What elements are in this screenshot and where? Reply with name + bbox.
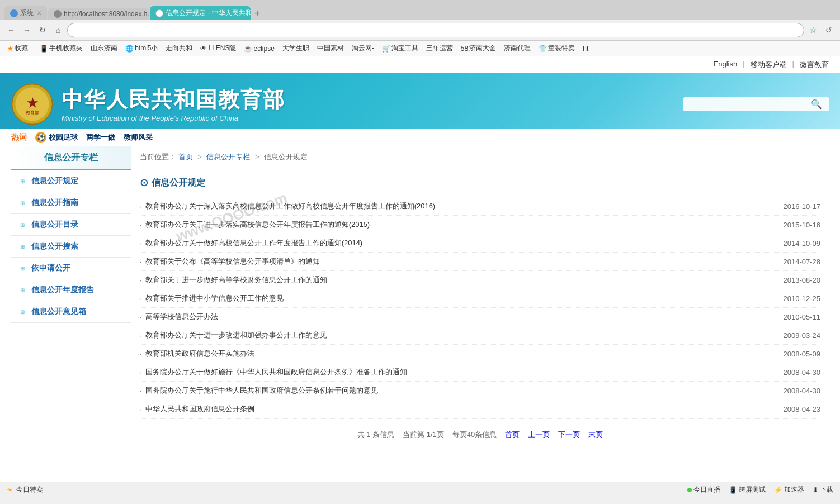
pagination-prev[interactable]: 上一页 [528,430,550,440]
pagination-next[interactable]: 下一页 [558,430,580,440]
search-button[interactable]: 🔍 [811,99,822,110]
article-date-1: 2015-10-16 [784,221,821,229]
bookmark-ht[interactable]: ht [580,44,591,54]
today-special-label[interactable]: 今日特卖 [16,485,43,495]
accelerator-button[interactable]: ⚡ 加速器 [774,485,804,495]
bookmark-taoyun[interactable]: 淘云网- [349,42,377,54]
sidebar-item-directory[interactable]: ⊞ 信息公开目录 [11,214,131,236]
tab-moe[interactable]: 信息公开规定 - 中华人民共和国... ✕ [150,6,251,20]
sidebar-item-mailbox[interactable]: ⊞ 信息公开意见箱 [11,301,131,323]
new-tab-button[interactable]: + [251,7,264,20]
bookmark-jinan[interactable]: 山东济南 [88,42,120,54]
address-bar: http://www.moe.edu.cn/jyb_xxgk/moe_xxgk/… [67,23,804,37]
article-item-9: · 国务院办公厅关于做好施行《中华人民共和国政府信息公开条例》准备工作的通知 2… [140,363,820,382]
article-date-3: 2014-07-28 [784,258,821,266]
english-link[interactable]: English [714,60,738,70]
breadcrumb-sep2: > [255,153,261,161]
article-link-8[interactable]: 教育部机关政府信息公开实施办法 [145,349,772,359]
article-date-11: 2008-04-23 [784,405,821,413]
pagination-current: 当前第 1/1页 [403,430,444,440]
article-date-9: 2008-04-30 [784,368,821,377]
article-link-11[interactable]: 中华人民共和国政府信息公开条例 [145,404,772,414]
sidebar-item-annual[interactable]: ⊞ 信息公开年度报告 [11,279,131,301]
sidebar-label-0: 信息公开规定 [31,176,78,186]
bookmark-html5[interactable]: 🌐html5小 [122,42,161,54]
favorites-button[interactable]: ☆ [806,23,820,37]
breadcrumb: 当前位置： 首页 > 信息公开专栏 > 信息公开规定 [140,146,820,168]
sidebar-item-apply[interactable]: ⊞ 依申请公开 [11,258,131,279]
sidebar-item-search[interactable]: ⊞ 信息公开搜索 [11,236,131,258]
bookmark-zouxiang[interactable]: 走向共和 [163,42,195,54]
cross-screen-button[interactable]: 📱 跨屏测试 [729,485,766,495]
bookmark-3year[interactable]: 三年运营 [423,42,456,54]
bookmark-china-material[interactable]: 中国素材 [314,42,347,54]
bookmark-jinan-dajin[interactable]: 58济南大金 [458,42,499,54]
live-button[interactable]: 今日直播 [687,485,720,495]
article-link-2[interactable]: 教育部办公厅关于做好高校信息公开工作年度报告工作的通知(2014) [145,238,772,248]
pagination-first[interactable]: 首页 [505,430,520,440]
svg-text:★: ★ [27,96,39,110]
sidebar: 信息公开专栏 ⊞ 信息公开规定 ⊞ 信息公开指南 ⊞ 信息公开目录 ⊞ 信息公开… [11,146,131,482]
tab-label-localhost: http://localhost:8080/index.h... [64,10,149,18]
sidebar-label-5: 信息公开年度报告 [31,285,94,295]
article-link-5[interactable]: 教育部关于推进中小学信息公开工作的意见 [145,293,772,303]
home-button[interactable]: ⌂ [51,23,65,37]
article-link-0[interactable]: 教育部办公厅关于深入落实高校信息公开工作做好高校信息公开年度报告工作的通知(20… [145,201,772,211]
reload-button[interactable]: ↻ [36,23,49,37]
bookmark-jinan-daili[interactable]: 济南代理 [501,42,534,54]
bookmark-label: 收藏 [15,44,28,53]
tab-favicon-system [10,9,18,17]
address-input[interactable]: http://www.moe.edu.cn/jyb_xxgk/moe_xxgk/… [74,26,797,34]
sep1: | [743,60,744,70]
search-input[interactable] [688,100,811,108]
article-link-6[interactable]: 高等学校信息公开办法 [145,312,772,322]
hot-football-text: 校园足球 [49,132,78,142]
header-left: ★ 教育部 中华人民共和国教育部 Ministry of Education o… [11,83,285,125]
site-header: ★ 教育部 中华人民共和国教育部 Ministry of Education o… [0,73,840,129]
forward-button[interactable]: → [20,23,34,37]
bookmark-taobao[interactable]: 🛒淘宝工具 [379,42,421,54]
sidebar-label-1: 信息公开指南 [31,198,78,208]
bookmark-mobile[interactable]: 📱手机收藏夹 [37,42,86,54]
breadcrumb-home[interactable]: 首页 [178,153,193,161]
weixin-link[interactable]: 微言教育 [800,60,829,70]
article-link-9[interactable]: 国务院办公厅关于做好施行《中华人民共和国政府信息公开条例》准备工作的通知 [145,367,772,377]
article-item-5: · 教育部关于推进中小学信息公开工作的意见 2010-12-25 [140,289,820,308]
back-button[interactable]: ← [4,23,18,37]
tab-favicon-localhost [54,10,62,18]
bookmark-ilens[interactable]: 👁I LENS隐 [197,42,239,54]
live-label: 今日直播 [693,485,720,495]
refresh-icon[interactable]: ↺ [822,23,836,37]
article-link-3[interactable]: 教育部关于公布《高等学校信息公开事项清单》的通知 [145,256,772,267]
article-list-container: www.OOOO.com · 教育部办公厅关于深入落实高校信息公开工作做好高校信… [140,197,820,419]
section-bullet-icon: ⊙ [140,177,148,189]
sidebar-item-guide[interactable]: ⊞ 信息公开指南 [11,192,131,214]
browser-bar: ← → ↻ ⌂ http://www.moe.edu.cn/jyb_xxgk/m… [0,20,840,41]
tab-localhost[interactable]: http://localhost:8080/index.h... ✕ [48,8,149,20]
pagination-last[interactable]: 末页 [588,430,603,440]
sidebar-item-guiding[interactable]: ⊞ 信息公开规定 [11,170,131,192]
cross-screen-label: 跨屏测试 [739,485,766,495]
pagination-total: 共 1 条信息 [357,430,394,440]
bookmark-favorites[interactable]: ★ 收藏 [4,42,31,54]
sep2: | [792,60,794,70]
bookmark-eclipse[interactable]: ☕eclipse [241,44,277,54]
article-link-7[interactable]: 教育部办公厅关于进一步改进和加强办事公开工作的意见 [145,330,772,340]
bookmark-daxueshenzhi[interactable]: 大学生职 [280,42,312,54]
article-date-7: 2009-03-24 [784,331,821,340]
tab-system[interactable]: 系统 ✕ [4,6,47,20]
bookmark-童装[interactable]: 👕童装特卖 [536,42,578,54]
tab-close-system[interactable]: ✕ [37,10,41,16]
bullet-5: · [140,294,142,303]
article-item-0: · 教育部办公厅关于深入落实高校信息公开工作做好高校信息公开年度报告工作的通知(… [140,197,820,216]
article-link-10[interactable]: 国务院办公厅关于施行中华人民共和国政府信息公开条例若干问题的意见 [145,386,772,396]
mobile-link[interactable]: 移动客户端 [751,60,787,70]
bullet-0: · [140,202,142,211]
breadcrumb-parent[interactable]: 信息公开专栏 [206,153,250,161]
article-link-4[interactable]: 教育部关于进一步做好高等学校财务信息公开工作的通知 [145,275,772,285]
breadcrumb-current: 信息公开规定 [264,153,308,161]
site-name-en: Ministry of Education of the People's Re… [62,114,285,122]
article-link-1[interactable]: 教育部办公厅关于进一步落实高校信息公开年度报告工作的通知(2015) [145,220,772,230]
status-right: 今日直播 📱 跨屏测试 ⚡ 加速器 ⬇ 下载 [687,485,833,495]
download-button[interactable]: ⬇ 下载 [813,485,833,495]
